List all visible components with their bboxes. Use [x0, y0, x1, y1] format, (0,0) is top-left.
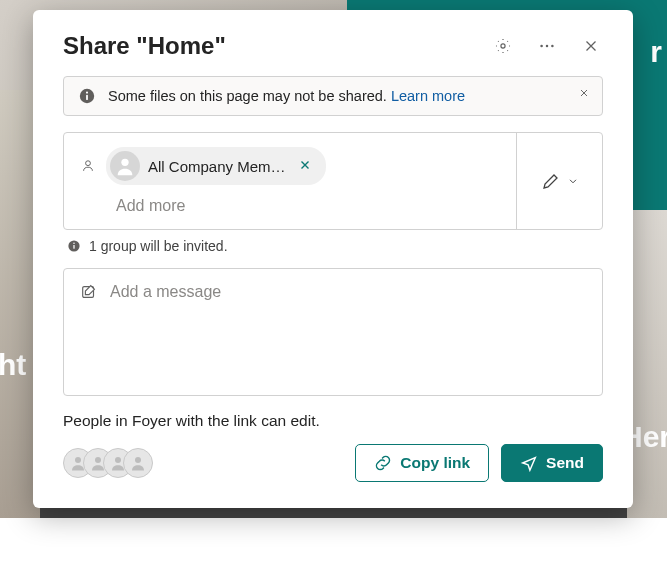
dialog-header: Share "Home"	[63, 32, 603, 60]
learn-more-link[interactable]: Learn more	[391, 88, 465, 104]
recipients-input-area[interactable]: All Company Mem… Add more	[64, 133, 516, 229]
permission-summary: People in Foyer with the link can edit.	[63, 412, 603, 430]
close-icon	[582, 37, 600, 55]
send-button[interactable]: Send	[501, 444, 603, 482]
more-button[interactable]	[535, 34, 559, 58]
avatar	[110, 151, 140, 181]
bg-text: r	[650, 35, 662, 69]
compose-icon	[80, 283, 98, 301]
svg-point-15	[115, 457, 121, 463]
bg-text: ht	[0, 348, 26, 382]
chevron-down-icon	[567, 175, 579, 187]
remove-chip-button[interactable]	[294, 156, 316, 177]
avatar	[123, 448, 153, 478]
info-icon	[78, 87, 96, 105]
svg-point-14	[95, 457, 101, 463]
bg-panel	[627, 210, 667, 520]
svg-point-7	[86, 161, 91, 166]
svg-point-1	[540, 45, 543, 48]
message-placeholder: Add a message	[110, 283, 221, 301]
svg-rect-11	[73, 245, 74, 249]
svg-point-13	[75, 457, 81, 463]
invite-note: 1 group will be invited.	[63, 238, 603, 254]
add-more-placeholder: Add more	[80, 197, 500, 215]
copy-link-button[interactable]: Copy link	[355, 444, 489, 482]
dialog-footer: Copy link Send	[63, 444, 603, 482]
svg-rect-6	[86, 95, 88, 100]
message-field[interactable]: Add a message	[63, 268, 603, 396]
close-button[interactable]	[579, 34, 603, 58]
svg-point-16	[135, 457, 141, 463]
close-icon	[578, 87, 590, 99]
svg-point-0	[501, 44, 505, 48]
svg-point-10	[73, 243, 75, 245]
link-icon	[374, 454, 392, 472]
person-icon	[80, 158, 96, 174]
chip-label: All Company Mem…	[148, 158, 286, 175]
header-actions	[491, 34, 603, 58]
share-dialog: Share "Home" Some files on this page may…	[33, 10, 633, 508]
recipient-chip: All Company Mem…	[106, 147, 326, 185]
pencil-icon	[541, 171, 561, 191]
info-text: Some files on this page may not be share…	[108, 88, 465, 104]
info-icon	[67, 239, 81, 253]
svg-point-5	[86, 92, 88, 94]
permission-selector[interactable]	[516, 133, 602, 229]
svg-point-2	[546, 45, 549, 48]
gear-icon	[494, 37, 512, 55]
ellipsis-icon	[538, 37, 556, 55]
svg-point-3	[551, 45, 554, 48]
shared-with-avatars[interactable]	[63, 448, 153, 478]
send-icon	[520, 454, 538, 472]
recipients-field: All Company Mem… Add more	[63, 132, 603, 230]
info-banner: Some files on this page may not be share…	[63, 76, 603, 116]
dismiss-banner-button[interactable]	[578, 85, 590, 103]
close-icon	[298, 158, 312, 172]
svg-point-8	[121, 159, 128, 166]
settings-button[interactable]	[491, 34, 515, 58]
action-buttons: Copy link Send	[355, 444, 603, 482]
dialog-title: Share "Home"	[63, 32, 226, 60]
bg-panel	[0, 518, 667, 575]
